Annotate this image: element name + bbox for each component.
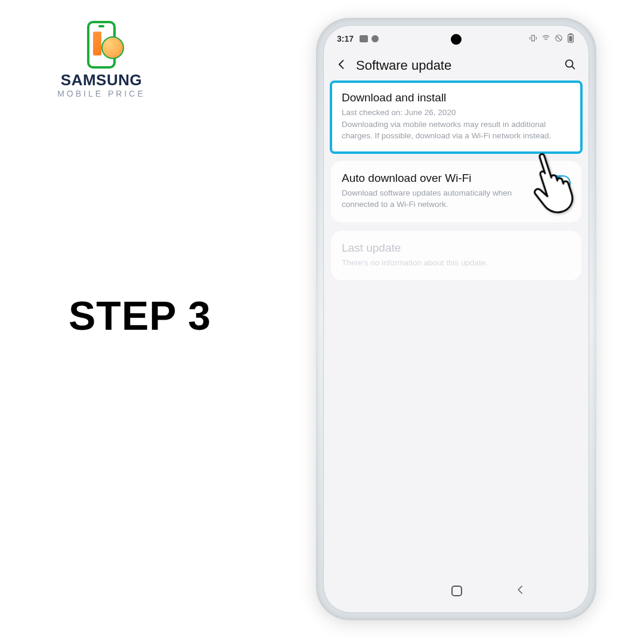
vibrate-icon <box>529 34 537 44</box>
status-time: 3:17 <box>337 34 354 44</box>
recents-icon[interactable] <box>386 590 398 592</box>
auto-download-desc: Download software updates automatically … <box>342 187 537 210</box>
search-icon[interactable] <box>564 58 577 73</box>
download-install-desc: Last checked on: June 26, 2020 Downloadi… <box>342 107 571 142</box>
auto-download-title: Auto download over Wi-Fi <box>342 172 537 185</box>
download-install-item[interactable]: Download and install Last checked on: Ju… <box>331 82 581 153</box>
notification-dot-icon <box>371 35 379 42</box>
battery-icon <box>567 33 574 45</box>
back-icon[interactable] <box>336 58 348 73</box>
logo-text-sub: MOBILE PRICE <box>48 89 155 98</box>
notification-icon <box>360 35 368 42</box>
svg-rect-3 <box>569 36 572 41</box>
screen-header: Software update <box>324 52 589 82</box>
phone-frame: 3:17 <box>316 18 596 620</box>
last-update-item[interactable]: Last update There's no information about… <box>331 231 581 281</box>
logo-text-main: SAMSUNG <box>48 72 155 88</box>
svg-line-5 <box>572 66 574 69</box>
home-icon[interactable] <box>451 586 462 596</box>
brand-logo: SAMSUNG MOBILE PRICE <box>48 21 155 98</box>
no-sim-icon <box>555 34 563 44</box>
nav-back-icon[interactable] <box>515 583 526 599</box>
camera-hole-icon <box>451 34 462 45</box>
last-update-title: Last update <box>342 242 571 255</box>
nav-bar <box>324 577 589 612</box>
step-label: STEP 3 <box>69 292 211 339</box>
wifi-icon <box>541 33 550 44</box>
logo-phone-icon <box>87 21 116 69</box>
phone-screen: 3:17 <box>323 25 589 613</box>
last-update-desc: There's no information about this update… <box>342 257 571 269</box>
download-install-title: Download and install <box>342 91 571 104</box>
page-title: Software update <box>356 58 555 73</box>
